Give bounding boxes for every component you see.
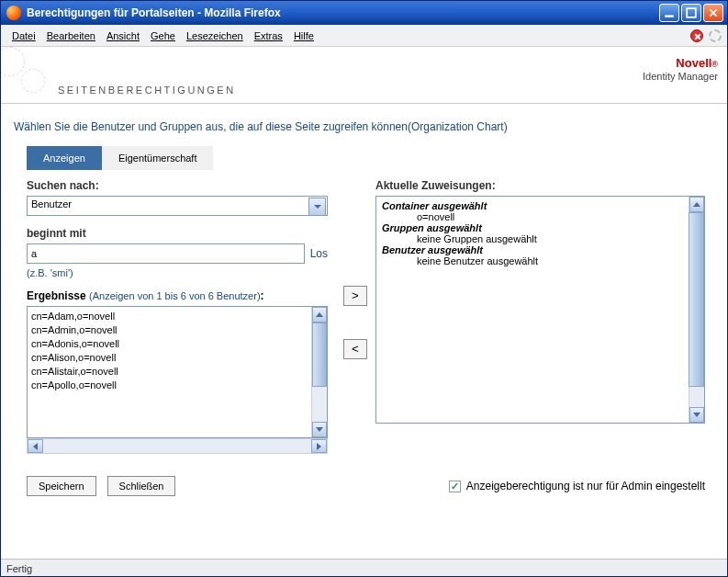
brand-name: Novell bbox=[676, 56, 711, 70]
page-header: SEITENBERECHTIGUNGEN Novell® Identity Ma… bbox=[1, 47, 727, 104]
close-page-button[interactable]: Schließen bbox=[107, 476, 176, 496]
groups-value: keine Gruppen ausgewählt bbox=[382, 233, 688, 244]
container-heading: Container ausgewählt bbox=[382, 200, 688, 211]
brand-sub: Identity Manager bbox=[643, 71, 718, 84]
tab-ownership[interactable]: Eigentümerschaft bbox=[102, 146, 214, 170]
throbber-icon bbox=[709, 29, 722, 42]
search-type-select[interactable]: Benutzer bbox=[27, 196, 328, 216]
close-button[interactable] bbox=[703, 4, 723, 22]
list-item[interactable]: cn=Adonis,o=novell bbox=[31, 337, 310, 351]
menu-extras[interactable]: Extras bbox=[249, 28, 288, 44]
scroll-thumb[interactable] bbox=[312, 322, 327, 387]
search-column: Suchen nach: Benutzer beginnt mit Los (z… bbox=[27, 179, 339, 454]
stop-icon[interactable] bbox=[690, 29, 703, 42]
status-text: Fertig bbox=[6, 563, 32, 574]
footer-row: Speichern Schließen ✓ Anzeigeberechtigun… bbox=[1, 454, 727, 496]
scroll-down-icon[interactable] bbox=[689, 407, 704, 423]
users-heading: Benutzer ausgewählt bbox=[382, 244, 688, 255]
gear-graphic bbox=[1, 52, 56, 103]
begins-label: beginnt mit bbox=[27, 227, 328, 240]
assignments-listbox[interactable]: Container ausgewählt o=novell Gruppen au… bbox=[375, 196, 705, 424]
menu-go[interactable]: Gehe bbox=[145, 28, 181, 44]
instruction-text: Wählen Sie die Benutzer und Gruppen aus,… bbox=[1, 104, 727, 142]
svg-rect-1 bbox=[687, 8, 696, 17]
admin-only-checkbox[interactable]: ✓ bbox=[449, 481, 461, 492]
window-controls bbox=[659, 4, 723, 22]
list-item[interactable]: cn=Apollo,o=novell bbox=[31, 379, 310, 392]
scroll-right-icon[interactable] bbox=[311, 439, 327, 453]
minimize-button[interactable] bbox=[659, 4, 679, 22]
brand-block: Novell® Identity Manager bbox=[643, 52, 718, 103]
save-button[interactable]: Speichern bbox=[27, 476, 96, 496]
search-input[interactable] bbox=[27, 243, 305, 264]
remove-button[interactable]: < bbox=[343, 339, 367, 359]
tab-bar: Anzeigen Eigentümerschaft bbox=[1, 142, 727, 170]
menu-bookmarks[interactable]: Lesezeichen bbox=[181, 28, 249, 44]
users-value: keine Benutzer ausgewählt bbox=[382, 255, 688, 266]
brand-reg: ® bbox=[711, 60, 718, 69]
firefox-icon bbox=[6, 6, 21, 20]
page-title: SEITENBERECHTIGUNGEN bbox=[58, 85, 236, 96]
container-value: o=novell bbox=[382, 211, 688, 222]
scroll-up-icon[interactable] bbox=[312, 307, 327, 322]
scrollbar-vertical[interactable] bbox=[311, 307, 327, 437]
menu-edit[interactable]: Bearbeiten bbox=[41, 28, 101, 44]
list-item[interactable]: cn=Admin,o=novell bbox=[31, 323, 310, 337]
menubar: Datei Bearbeiten Ansicht Gehe Lesezeiche… bbox=[1, 25, 727, 47]
svg-rect-0 bbox=[665, 15, 674, 17]
menu-file[interactable]: Datei bbox=[6, 28, 41, 44]
admin-only-label: Anzeigeberechtigung ist nur für Admin ei… bbox=[466, 480, 705, 492]
scroll-up-icon[interactable] bbox=[689, 197, 704, 212]
menu-view[interactable]: Ansicht bbox=[101, 28, 145, 44]
assignments-column: Aktuelle Zuweisungen: Container ausgewäh… bbox=[372, 179, 705, 454]
scrollbar-horizontal[interactable] bbox=[27, 438, 328, 454]
tab-view[interactable]: Anzeigen bbox=[27, 146, 102, 170]
transfer-buttons: > < bbox=[339, 179, 372, 454]
add-button[interactable]: > bbox=[343, 286, 367, 306]
assignments-label: Aktuelle Zuweisungen: bbox=[375, 179, 705, 192]
scroll-left-icon[interactable] bbox=[28, 439, 43, 453]
search-hint: (z.B. 'smi') bbox=[27, 267, 328, 278]
search-label: Suchen nach: bbox=[27, 179, 328, 192]
results-listbox[interactable]: cn=Adam,o=novell cn=Admin,o=novell cn=Ad… bbox=[27, 306, 328, 438]
window-titlebar: Berechtigungen für Portalseiten - Mozill… bbox=[1, 1, 727, 25]
window-title: Berechtigungen für Portalseiten - Mozill… bbox=[27, 6, 659, 19]
list-item[interactable]: cn=Adam,o=novell bbox=[31, 310, 310, 323]
list-item[interactable]: cn=Alison,o=novell bbox=[31, 351, 310, 365]
go-link[interactable]: Los bbox=[310, 247, 328, 260]
groups-heading: Gruppen ausgewählt bbox=[382, 222, 688, 233]
statusbar: Fertig bbox=[1, 559, 727, 577]
maximize-button[interactable] bbox=[681, 4, 701, 22]
list-item[interactable]: cn=Alistair,o=novell bbox=[31, 365, 310, 379]
menu-help[interactable]: Hilfe bbox=[288, 28, 319, 44]
scroll-thumb[interactable] bbox=[689, 212, 704, 387]
page-content: SEITENBERECHTIGUNGEN Novell® Identity Ma… bbox=[1, 47, 727, 559]
results-label: Ergebnisse (Anzeigen von 1 bis 6 von 6 B… bbox=[27, 289, 328, 302]
scroll-down-icon[interactable] bbox=[312, 422, 327, 437]
